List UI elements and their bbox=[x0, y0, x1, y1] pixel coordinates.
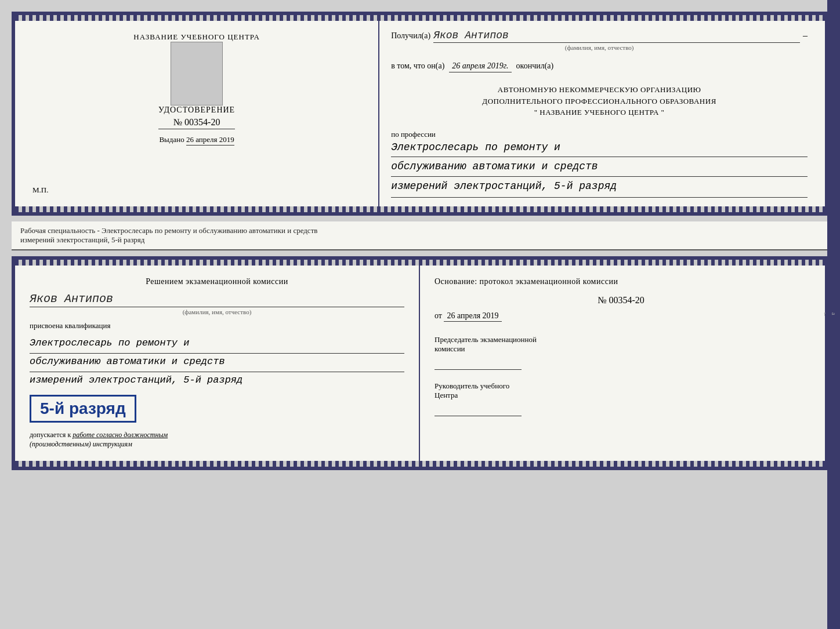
person-fio-bottom: (фамилия, имя, отчество) bbox=[30, 308, 404, 315]
profession-name: Электрослесарь по ремонту и обслуживанию… bbox=[391, 139, 808, 198]
org-line1: АВТОНОМНУЮ НЕКОММЕРЧЕСКУЮ ОРГАНИЗАЦИЮ bbox=[391, 84, 808, 96]
recipient-line: Получил(а) Яков Антипов – bbox=[391, 30, 808, 43]
bottom-cert-left: Решением экзаменационной комиссии Яков А… bbox=[15, 266, 420, 461]
cert-label: УДОСТОВЕРЕНИЕ bbox=[158, 106, 235, 115]
decision-title: Решением экзаменационной комиссии bbox=[30, 277, 404, 286]
recipient-name: Яков Антипов bbox=[433, 30, 800, 43]
prof-line3: измерений электростанций, 5-й разряд bbox=[391, 178, 808, 196]
bottom-cert-right: Основание: протокол экзаменационной коми… bbox=[420, 266, 825, 461]
dash: – bbox=[803, 30, 808, 41]
qualification-text: Электрослесарь по ремонту и обслуживанию… bbox=[30, 335, 404, 390]
bottom-certificate: Решением экзаменационной комиссии Яков А… bbox=[12, 256, 828, 470]
completion-suffix: окончил(а) bbox=[516, 61, 554, 71]
protocol-date: от 26 апреля 2019 bbox=[435, 311, 808, 321]
cert-left-panel: НАЗВАНИЕ УЧЕБНОГО ЦЕНТРА УДОСТОВЕРЕНИЕ №… bbox=[15, 21, 379, 206]
completion-prefix: в том, что он(а) bbox=[391, 61, 444, 71]
cert-right-panel: Получил(а) Яков Антипов – (фамилия, имя,… bbox=[379, 21, 825, 206]
qual-line3: измерений электростанций, 5-й разряд bbox=[30, 372, 404, 390]
qual-line1: Электрослесарь по ремонту и bbox=[30, 335, 404, 354]
stamp-label: М.П. bbox=[32, 186, 48, 195]
top-border bbox=[15, 15, 825, 21]
bottom-cert-bottom-border bbox=[15, 461, 825, 467]
cert-number: № 00354-20 bbox=[158, 117, 235, 129]
middle-label: Рабочая специальность - Электрослесарь п… bbox=[12, 221, 828, 250]
protocol-date-val: 26 апреля 2019 bbox=[444, 311, 501, 322]
admission-text: допускается к работе согласно должностны… bbox=[30, 430, 404, 450]
director-block: Руководитель учебного Центра bbox=[435, 381, 808, 416]
side-decoration-bottom: И а ← bbox=[827, 0, 840, 629]
basis-label: Основание: протокол экзаменационной коми… bbox=[435, 277, 808, 286]
qualification-label: присвоена квалификация bbox=[30, 321, 404, 330]
admission-suffix: (производственным) инструкциям bbox=[30, 440, 132, 448]
rank-badge: 5-й разряд bbox=[30, 395, 136, 423]
page-wrapper: НАЗВАНИЕ УЧЕБНОГО ЦЕНТРА УДОСТОВЕРЕНИЕ №… bbox=[12, 12, 828, 470]
admission-prefix: допускается к bbox=[30, 431, 71, 439]
profession-label: по профессии bbox=[391, 130, 808, 139]
director-sign-line bbox=[435, 405, 522, 416]
qual-line2: обслуживанию автоматики и средств bbox=[30, 354, 404, 372]
school-name-left: НАЗВАНИЕ УЧЕБНОГО ЦЕНТРА bbox=[133, 32, 259, 42]
prof-line2: обслуживанию автоматики и средств bbox=[391, 158, 808, 177]
chairman-label1: Председатель экзаменационной bbox=[435, 335, 808, 344]
photo-placeholder bbox=[171, 42, 223, 106]
org-block: АВТОНОМНУЮ НЕКОММЕРЧЕСКУЮ ОРГАНИЗАЦИЮ ДО… bbox=[391, 84, 808, 118]
recipient-fio: (фамилия, имя, отчество) bbox=[391, 44, 808, 51]
org-line3: " НАЗВАНИЕ УЧЕБНОГО ЦЕНТРА " bbox=[391, 107, 808, 118]
admission-work: работе согласно должностным bbox=[73, 431, 168, 439]
profession-block: по профессии Электрослесарь по ремонту и… bbox=[391, 130, 808, 198]
recipient-block: Получил(а) Яков Антипов – (фамилия, имя,… bbox=[391, 30, 808, 51]
issued-label: Выдано bbox=[159, 135, 184, 144]
chairman-sign-line bbox=[435, 358, 522, 370]
bottom-cert-top-border bbox=[15, 260, 825, 266]
completion-block: в том, что он(а) 26 апреля 2019г. окончи… bbox=[391, 61, 808, 72]
person-name-bottom: Яков Антипов bbox=[30, 292, 404, 307]
cert-number-block: УДОСТОВЕРЕНИЕ № 00354-20 bbox=[158, 106, 235, 129]
chairman-label2: комиссии bbox=[435, 344, 808, 354]
top-certificate: НАЗВАНИЕ УЧЕБНОГО ЦЕНТРА УДОСТОВЕРЕНИЕ №… bbox=[12, 12, 828, 216]
deco-arrow2: ← bbox=[822, 311, 828, 318]
issued-line: Выдано 26 апреля 2019 bbox=[159, 135, 234, 144]
protocol-number: № 00354-20 bbox=[435, 295, 808, 306]
chairman-block: Председатель экзаменационной комиссии bbox=[435, 335, 808, 370]
recipient-label: Получил(а) bbox=[391, 31, 430, 41]
org-line2: ДОПОЛНИТЕЛЬНОГО ПРОФЕССИОНАЛЬНОГО ОБРАЗО… bbox=[391, 96, 808, 107]
deco-a2: а bbox=[831, 312, 837, 316]
issued-date: 26 апреля 2019 bbox=[186, 135, 234, 146]
bottom-border-top bbox=[15, 206, 825, 212]
director-label1: Руководитель учебного bbox=[435, 381, 808, 391]
prof-line1: Электрослесарь по ремонту и bbox=[391, 139, 808, 158]
completion-date: 26 апреля 2019г. bbox=[449, 61, 511, 72]
director-label2: Центра bbox=[435, 391, 808, 400]
protocol-date-prefix: от bbox=[435, 311, 442, 320]
